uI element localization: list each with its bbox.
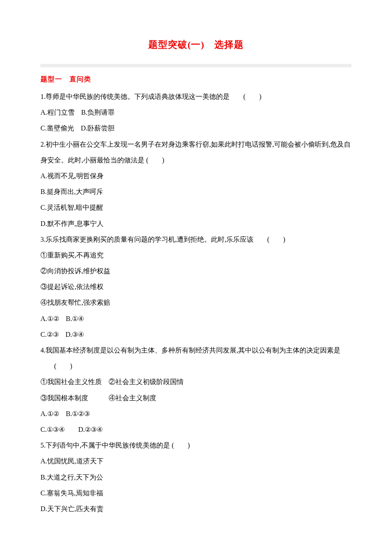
q3-statement-3: ③提起诉讼,依法维权 — [40, 279, 352, 294]
question-3-text: 3.乐乐找商家更换刚买的质量有问题的学习机,遭到拒绝。此时,乐乐应该 ( ) — [40, 232, 352, 247]
q4-statement-12: ①我国社会主义性质 ②社会主义初级阶段国情 — [40, 374, 352, 389]
q5-option-a: A.忧国忧民,道济天下 — [40, 454, 352, 468]
q5-option-c: C.塞翁失马,焉知非福 — [40, 486, 352, 500]
q2-option-c: C.灵活机智,暗中提醒 — [40, 200, 352, 215]
section-divider — [40, 64, 352, 67]
q1-option-ab: A.程门立雪 B.负荆请罪 — [40, 105, 352, 120]
q3-statement-4: ④找朋友帮忙,强求索赔 — [40, 295, 352, 310]
q4-statement-34: ③我国根本制度 ④社会主义制度 — [40, 390, 352, 405]
q3-statement-1: ①重新购买,不再追究 — [40, 248, 352, 263]
q5-option-b: B.大道之行,天下为公 — [40, 470, 352, 485]
q5-option-d: D.天下兴亡,匹夫有责 — [40, 501, 352, 516]
q2-option-d: D.默不作声,息事宁人 — [40, 216, 352, 231]
q3-option-ab: A.①② B.①④ — [40, 311, 352, 326]
q4-option-ab: A.①② B.①②③ — [40, 406, 352, 421]
q2-option-b: B.挺身而出,大声呵斥 — [40, 184, 352, 199]
question-4-line2: ( ) — [40, 358, 352, 373]
q3-option-cd: C.②③ D.③④ — [40, 327, 352, 342]
question-5-text: 5.下列语句中,不属于中华民族传统美德的是 ( ) — [40, 438, 352, 453]
page-title: 题型突破(一) 选择题 — [40, 38, 352, 51]
q4-option-cd: C.①③④ D.②③④ — [40, 422, 352, 437]
section-header: 题型一 直问类 — [40, 75, 352, 84]
question-2-line1: 2.初中生小丽在公交车上发现一名男子在对身边乘客行窃,如果此时打电话报警,可能会… — [40, 137, 352, 152]
q2-option-a: A.视而不见,明哲保身 — [40, 168, 352, 183]
question-2-line2: 身安全。此时,小丽最恰当的做法是 ( ) — [40, 153, 352, 168]
question-1-text: 1.尊师是中华民族的传统美德。下列成语典故体现这一美德的是 ( ) — [40, 89, 352, 104]
q3-statement-2: ②向消协投诉,维护权益 — [40, 263, 352, 278]
question-4-line1: 4.我国基本经济制度是以公有制为主体、多种所有制经济共同发展,其中以公有制为主体… — [40, 343, 352, 358]
q1-option-cd: C.凿壁偷光 D.卧薪尝胆 — [40, 121, 352, 136]
